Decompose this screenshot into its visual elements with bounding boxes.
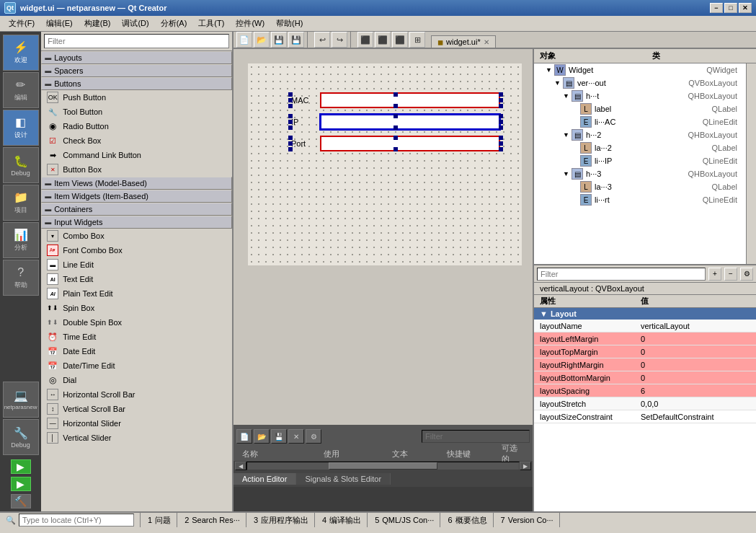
sidebar-btn-debug[interactable]: 🐛 Debug (3, 147, 39, 183)
close-tab-button[interactable]: ✕ (484, 38, 489, 46)
toolbar-align-left[interactable]: ⬛ (357, 32, 373, 48)
widget-datetime-edit[interactable]: 📅 Date/Time Edit (41, 358, 232, 373)
bottom-btn-close[interactable]: ✕ (288, 429, 304, 444)
tree-widget[interactable]: ▼ W Widget QWidget (534, 63, 746, 76)
widget-tool-button[interactable]: 🔧 Tool Button (41, 105, 232, 119)
mac-input[interactable] (320, 92, 500, 108)
widget-command-link[interactable]: ➡ Command Link Button (41, 148, 232, 162)
bottom-btn-settings[interactable]: ⚙ (306, 429, 321, 444)
widget-plain-text-edit[interactable]: AI Plain Text Edit (41, 286, 232, 301)
widget-filter-input[interactable] (44, 34, 229, 48)
category-buttons[interactable]: ▬ Buttons (41, 77, 232, 90)
menu-file[interactable]: 文件(F) (3, 17, 40, 30)
status-item-problems[interactable]: 1 问题 (142, 513, 177, 527)
prop-row-leftmargin[interactable]: layoutLeftMargin 0 (534, 332, 756, 345)
tab-action-editor[interactable]: Action Editor (234, 473, 296, 485)
prop-row-stretch[interactable]: layoutStretch 0,0,0 (534, 397, 756, 410)
status-item-version[interactable]: 7 Version Co··· (495, 513, 560, 527)
toolbar-new[interactable]: 📄 (236, 32, 252, 48)
sidebar-btn-edit[interactable]: ✏ 编辑 (3, 72, 39, 108)
widget-v-scrollbar[interactable]: ↕ Vertical Scroll Bar (41, 402, 232, 416)
scroll-right-btn[interactable]: ▶ (520, 462, 531, 470)
minimize-button[interactable]: − (710, 3, 723, 13)
widget-push-button[interactable]: OK Push Button (41, 90, 232, 105)
expand-h3[interactable]: ▼ (563, 170, 572, 177)
canvas-dotted-area[interactable]: MAC (248, 63, 522, 265)
window-controls[interactable]: − □ ✕ (710, 3, 752, 13)
tree-linedit-ac[interactable]: E li···AC QLineEdit (534, 115, 746, 128)
menu-build[interactable]: 构建(B) (79, 17, 117, 30)
tree-ht[interactable]: ▼ ▤ h···t QHBoxLayout (534, 89, 746, 102)
file-tab-widget[interactable]: ◼ widget.ui* ✕ (431, 35, 496, 48)
widget-h-slider[interactable]: — Horizontal Slider (41, 416, 232, 431)
menu-edit[interactable]: 编辑(E) (40, 17, 79, 30)
menu-help[interactable]: 帮助(H) (270, 17, 308, 30)
menu-controls[interactable]: 控件(W) (230, 17, 270, 30)
status-item-qml[interactable]: 5 QML/JS Con··· (369, 513, 440, 527)
run-button[interactable]: ▶ (11, 459, 31, 474)
widget-double-spin-box[interactable]: ⬆⬇ Double Spin Box (41, 315, 232, 330)
tree-label3[interactable]: L la···3 QLabel (534, 180, 746, 193)
widget-date-edit[interactable]: 📅 Date Edit (41, 344, 232, 358)
menu-debug[interactable]: 调试(D) (116, 17, 154, 30)
design-canvas[interactable]: MAC (234, 49, 533, 425)
expand-verout[interactable]: ▼ (554, 79, 563, 87)
category-layouts[interactable]: ▬ Layouts (41, 51, 232, 64)
widget-radio-button[interactable]: ◉ Radio Button (41, 119, 232, 133)
menu-tools[interactable]: 工具(T) (192, 17, 230, 30)
widget-text-edit[interactable]: AI Text Edit (41, 272, 232, 286)
prop-row-layoutname[interactable]: layoutName verticalLayout (534, 320, 756, 332)
sidebar-btn-help[interactable]: ? 帮助 (3, 260, 39, 296)
toolbar-align-right[interactable]: ⬛ (392, 32, 408, 48)
debug-run-button[interactable]: ▶ (11, 477, 31, 491)
close-button[interactable]: ✕ (739, 3, 752, 13)
expand-widget[interactable]: ▼ (546, 66, 554, 74)
sidebar-btn-debug2[interactable]: 🔧 Debug (3, 419, 39, 455)
tab-signals-slots[interactable]: Signals & Slots Editor (296, 473, 391, 485)
inspector-scrollbar[interactable] (746, 63, 756, 264)
widget-spin-box[interactable]: ⬆⬇ Spin Box (41, 301, 232, 315)
build-button[interactable]: 🔨 (11, 494, 31, 508)
widget-h-scrollbar[interactable]: ↔ Horizontal Scroll Bar (41, 387, 232, 402)
prop-row-bottommargin[interactable]: layoutBottomMargin 0 (534, 371, 756, 384)
widget-dial[interactable]: ◎ Dial (41, 373, 232, 387)
toolbar-align-center[interactable]: ⬛ (375, 32, 391, 48)
status-item-overview[interactable]: 6 概要信息 (442, 513, 493, 527)
prop-row-spacing[interactable]: layoutSpacing 6 (534, 384, 756, 397)
bottom-filter-input[interactable] (422, 430, 530, 443)
locate-input[interactable] (19, 514, 134, 527)
toolbar-undo[interactable]: ↩ (314, 32, 330, 48)
bottom-btn-open[interactable]: 📂 (254, 429, 270, 444)
widget-button-box[interactable]: ✕ Button Box (41, 162, 232, 177)
prop-add-btn[interactable]: + (708, 268, 721, 281)
prop-row-sizeconstraint[interactable]: layoutSizeConstraint SetDefaultConstrain… (534, 410, 756, 423)
widget-time-edit[interactable]: ⏰ Time Edit (41, 330, 232, 344)
sidebar-btn-netpara[interactable]: 💻 netparasnew (3, 382, 39, 418)
bottom-btn-new[interactable]: 📄 (236, 429, 252, 444)
port-input[interactable] (320, 136, 500, 151)
category-spacers[interactable]: ▬ Spacers (41, 64, 232, 77)
status-item-appoutput[interactable]: 3 应用程序输出 (248, 513, 315, 527)
menu-analyze[interactable]: 分析(A) (155, 17, 193, 30)
category-inputwidgets[interactable]: ▬ Input Widgets (41, 216, 232, 229)
prop-filter-input[interactable] (537, 268, 706, 281)
expand-ht[interactable]: ▼ (563, 92, 572, 100)
category-itemwidgets[interactable]: ▬ Item Widgets (Item-Based) (41, 190, 232, 203)
prop-row-rightmargin[interactable]: layoutRightMargin 0 (534, 358, 756, 371)
status-item-search[interactable]: 2 Search Res··· (179, 513, 246, 527)
ip-input[interactable] (320, 114, 500, 130)
status-item-compileoutput[interactable]: 4 编译输出 (316, 513, 368, 527)
widget-v-slider[interactable]: │ Vertical Slider (41, 431, 232, 445)
category-containers[interactable]: ▬ Containers (41, 203, 232, 216)
tree-verout[interactable]: ▼ ▤ ver···out QVBoxLayout (534, 76, 746, 89)
tree-linedit-ip[interactable]: E li···IP QLineEdit (534, 154, 746, 167)
scroll-left-btn[interactable]: ◀ (235, 462, 246, 470)
toolbar-redo[interactable]: ↪ (332, 32, 347, 48)
widget-font-combo-box[interactable]: A▾ Font Combo Box (41, 243, 232, 257)
tree-h3[interactable]: ▼ ▤ h···3 QHBoxLayout (534, 167, 746, 180)
bottom-btn-save[interactable]: 💾 (271, 429, 287, 444)
toolbar-save-all[interactable]: 💾 (288, 32, 304, 48)
toolbar-save[interactable]: 💾 (271, 32, 287, 48)
prop-settings-btn[interactable]: ⚙ (740, 268, 753, 281)
toolbar-open[interactable]: 📂 (254, 32, 270, 48)
